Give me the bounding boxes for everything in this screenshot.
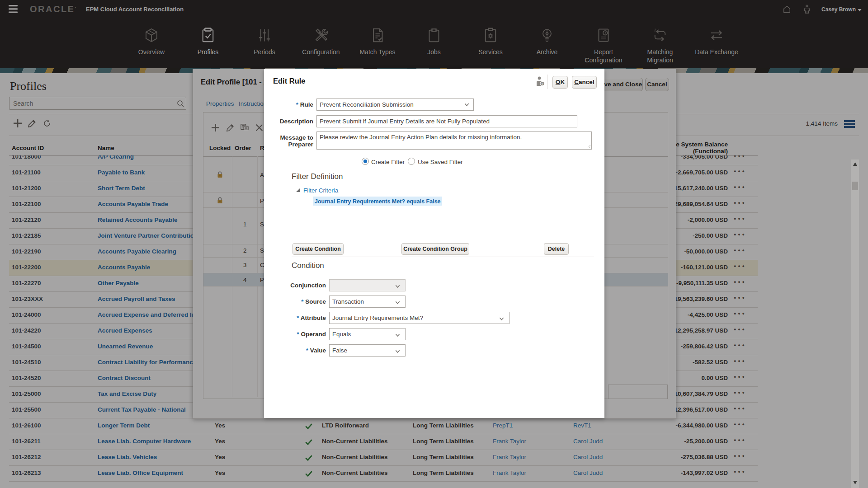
svg-text:?: ? [541, 82, 543, 86]
